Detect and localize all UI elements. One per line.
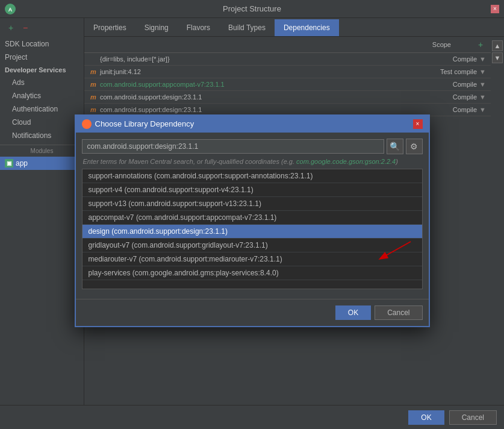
dialog-logo-icon — [82, 119, 92, 129]
tab-flavors[interactable]: Flavors — [178, 19, 219, 36]
dep-name-5: com.android.support:design:23.1.1 — [100, 106, 453, 113]
hint-text: Enter terms for Maven Central search, or… — [82, 158, 423, 165]
app-module-icon: ▣ — [5, 159, 13, 168]
results-list: support-annotations (com.android.support… — [82, 169, 423, 289]
dep-scope-4: Compile ▼ — [453, 93, 486, 101]
sidebar-item-notifications[interactable]: Notifications — [0, 129, 84, 142]
svg-text:A: A — [8, 7, 13, 13]
sidebar-item-developer-services[interactable]: Developer Services — [0, 64, 84, 76]
scope-arrow-2[interactable]: ▼ — [479, 68, 486, 75]
dependencies-header: Scope + — [84, 37, 491, 53]
dep-scope-5: Compile ▼ — [453, 106, 486, 113]
dialog-title-bar: Choose Library Dependency × — [76, 116, 429, 133]
dep-name-1: {dir=libs, include=[*.jar]} — [100, 55, 453, 63]
dep-icon-3: m — [89, 80, 98, 89]
search-input[interactable] — [82, 139, 384, 154]
search-row: 🔍 ⚙ — [82, 139, 423, 154]
result-item-2[interactable]: support-v4 (com.android.support:support-… — [82, 183, 422, 197]
scope-arrow-4[interactable]: ▼ — [479, 93, 486, 101]
search-button[interactable]: 🔍 — [387, 139, 403, 154]
scope-arrow-3[interactable]: ▼ — [479, 81, 486, 88]
dep-icon-1 — [89, 55, 98, 63]
window-title: Project Structure — [223, 4, 281, 13]
result-item-1[interactable]: support-annotations (com.android.support… — [82, 169, 422, 183]
dialog-title-text: Choose Library Dependency — [95, 119, 194, 128]
cancel-button[interactable]: Cancel — [449, 410, 497, 425]
tabs-bar: Properties Signing Flavors Build Types D… — [84, 18, 504, 37]
dep-scope-3: Compile ▼ — [453, 81, 486, 88]
dep-name-4: com.android.support:design:23.1.1 — [100, 93, 453, 101]
move-up-button[interactable]: ▲ — [492, 40, 503, 51]
dialog-cancel-button[interactable]: Cancel — [375, 305, 422, 320]
sidebar-item-app[interactable]: ▣ app — [0, 157, 84, 170]
dep-row-3: m com.android.support:appcompat-v7:23.1.… — [84, 78, 491, 91]
dep-name-2: junit:junit:4.12 — [100, 68, 440, 75]
result-item-7[interactable]: mediarouter-v7 (com.android.support:medi… — [82, 252, 422, 266]
tab-build-types[interactable]: Build Types — [219, 19, 275, 36]
sidebar-item-project[interactable]: Project — [0, 51, 84, 64]
sidebar-item-analytics[interactable]: Analytics — [0, 89, 84, 102]
dialog-body: 🔍 ⚙ Enter terms for Maven Central search… — [76, 133, 429, 299]
sidebar-item-cloud[interactable]: Cloud — [0, 116, 84, 129]
result-item-4[interactable]: appcompat-v7 (com.android.support:appcom… — [82, 211, 422, 225]
title-bar: A Project Structure × — [0, 0, 504, 18]
modules-section: Modules — [0, 145, 84, 157]
ok-button[interactable]: OK — [408, 410, 444, 425]
add-module-button[interactable]: + — [5, 22, 17, 34]
move-down-button[interactable]: ▼ — [492, 52, 503, 63]
dep-row-2: m junit:junit:4.12 Test compile ▼ — [84, 66, 491, 78]
reorder-panel: ▲ ▼ — [491, 37, 504, 405]
dialog-ok-button[interactable]: OK — [335, 305, 371, 320]
tab-dependencies[interactable]: Dependencies — [275, 19, 339, 36]
choose-library-dialog: Choose Library Dependency × 🔍 ⚙ Enter te… — [75, 114, 430, 327]
android-logo-icon: A — [5, 4, 16, 14]
dep-row-4: m com.android.support:design:23.1.1 Comp… — [84, 91, 491, 104]
dep-icon-4: m — [89, 93, 98, 101]
scope-arrow-5[interactable]: ▼ — [479, 106, 486, 113]
dep-row-1: {dir=libs, include=[*.jar]} Compile ▼ — [84, 53, 491, 66]
app-label: app — [16, 159, 28, 168]
tab-properties[interactable]: Properties — [84, 19, 135, 36]
dialog-footer: OK Cancel — [76, 299, 429, 326]
sidebar: + − SDK Location Project Developer Servi… — [0, 18, 84, 405]
bottom-toolbar: OK Cancel — [0, 405, 504, 429]
result-item-8[interactable]: play-services (com.google.android.gms:pl… — [82, 266, 422, 280]
dep-icon-5: m — [89, 105, 98, 114]
scope-arrow-1[interactable]: ▼ — [479, 55, 486, 63]
dialog-close-button[interactable]: × — [413, 119, 423, 129]
dep-icon-2: m — [89, 67, 98, 76]
remove-module-button[interactable]: − — [19, 22, 31, 34]
dialog-title-area: Choose Library Dependency — [82, 119, 194, 129]
sidebar-item-ads[interactable]: Ads — [0, 76, 84, 89]
dep-name-3: com.android.support:appcompat-v7:23.1.1 — [100, 81, 453, 88]
modules-label: Modules — [5, 148, 79, 154]
sidebar-item-authentication[interactable]: Authentication — [0, 102, 84, 116]
result-item-5[interactable]: design (com.android.support:design:23.1.… — [82, 225, 422, 239]
tab-signing[interactable]: Signing — [135, 19, 178, 36]
close-button[interactable]: × — [491, 5, 499, 13]
dep-scope-2: Test compile ▼ — [440, 68, 486, 75]
hint-example: com.google.code.gson:gson:2.2.4 — [296, 158, 396, 165]
sidebar-toolbar: + − — [0, 18, 84, 37]
result-item-6[interactable]: gridlayout-v7 (com.android.support:gridl… — [82, 239, 422, 252]
scope-header-label: Scope — [432, 41, 451, 48]
add-dependency-button[interactable]: + — [475, 39, 486, 50]
result-item-3[interactable]: support-v13 (com.android.support:support… — [82, 197, 422, 211]
sidebar-item-sdk-location[interactable]: SDK Location — [0, 37, 84, 51]
dep-scope-1: Compile ▼ — [453, 55, 486, 63]
settings-button[interactable]: ⚙ — [406, 139, 423, 154]
